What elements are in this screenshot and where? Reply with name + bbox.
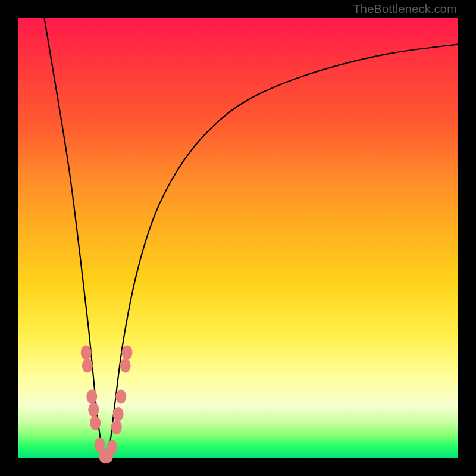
data-point	[86, 389, 97, 403]
plot-area	[18, 18, 458, 458]
bottleneck-curve	[44, 18, 458, 458]
data-point	[113, 407, 124, 421]
data-point	[88, 403, 99, 417]
chart-root: TheBottleneck.com	[0, 0, 476, 476]
data-point	[115, 389, 126, 403]
data-points	[81, 345, 133, 463]
data-point	[107, 440, 117, 455]
data-point	[90, 416, 101, 430]
data-point	[120, 359, 131, 373]
data-point	[81, 345, 92, 359]
chart-svg	[18, 18, 458, 458]
watermark-text: TheBottleneck.com	[353, 2, 457, 16]
data-point	[111, 420, 122, 434]
data-point	[122, 345, 133, 359]
data-point	[82, 359, 93, 373]
